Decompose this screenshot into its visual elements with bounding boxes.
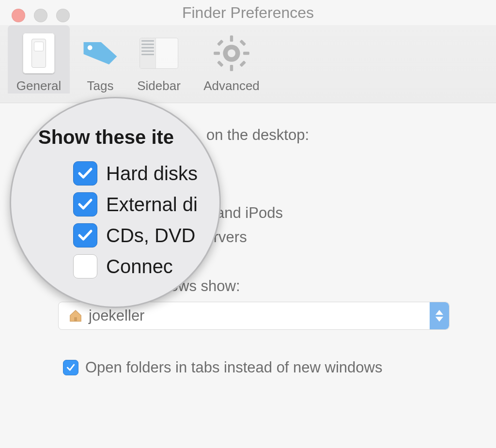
zoom-window-button[interactable] — [56, 9, 70, 22]
magnified-option-cds-dvds[interactable]: CDs, DVD — [73, 223, 198, 247]
open-in-tabs-option[interactable]: Open folders in tabs instead of new wind… — [63, 359, 469, 376]
minimize-window-button[interactable] — [34, 9, 47, 22]
svg-rect-3 — [230, 65, 233, 71]
magnified-label-external-disks: External di — [106, 194, 198, 216]
svg-marker-13 — [435, 317, 443, 322]
svg-rect-11 — [74, 317, 77, 321]
magnified-label-connected-servers: Connec — [106, 256, 173, 278]
svg-point-10 — [228, 49, 235, 57]
window-controls — [12, 9, 70, 22]
checkbox-open-in-tabs[interactable] — [63, 360, 78, 375]
preferences-toolbar: General Tags Sidebar — [0, 25, 496, 103]
magnified-label-cds-dvds: CDs, DVD — [106, 225, 195, 247]
magnified-label-hard-disks: Hard disks — [106, 163, 198, 185]
window-title: Finder Preferences — [0, 4, 496, 22]
svg-rect-4 — [214, 52, 220, 55]
magnified-checkbox-cds-dvds[interactable] — [73, 223, 97, 247]
svg-rect-7 — [239, 61, 246, 67]
svg-marker-12 — [435, 310, 443, 315]
svg-rect-8 — [239, 40, 246, 46]
tag-icon — [80, 39, 120, 68]
select-stepper-icon — [430, 302, 449, 329]
home-folder-icon — [68, 309, 83, 323]
finder-preferences-window: Finder Preferences General Tags — [0, 0, 496, 448]
svg-point-0 — [88, 46, 93, 50]
svg-rect-6 — [217, 40, 224, 46]
gear-icon — [212, 34, 251, 73]
new-windows-value: joekeller — [89, 307, 144, 324]
tab-tags[interactable]: Tags — [76, 25, 125, 93]
titlebar: Finder Preferences — [0, 0, 496, 25]
tab-advanced[interactable]: Advanced — [193, 25, 270, 93]
tab-general-label: General — [16, 78, 62, 93]
magnified-option-connected-servers[interactable]: Connec — [73, 254, 198, 278]
magnified-option-hard-disks[interactable]: Hard disks — [73, 161, 198, 185]
tab-sidebar[interactable]: Sidebar — [125, 25, 193, 93]
desktop-items-label: on the desktop: — [206, 126, 469, 144]
magnifier-overlay: Show these ite Hard disks External di CD… — [10, 97, 221, 308]
option-cds-label-fragment: and iPods — [216, 204, 283, 222]
switch-icon — [23, 33, 55, 74]
svg-rect-9 — [217, 61, 224, 67]
sidebar-icon — [140, 38, 178, 69]
open-in-tabs-label: Open folders in tabs instead of new wind… — [85, 359, 382, 376]
svg-rect-2 — [230, 35, 233, 42]
magnified-checkbox-connected-servers[interactable] — [73, 254, 97, 278]
tab-sidebar-label: Sidebar — [137, 78, 181, 93]
close-window-button[interactable] — [12, 9, 25, 22]
tab-tags-label: Tags — [87, 78, 114, 93]
magnified-checkbox-external-disks[interactable] — [73, 192, 97, 216]
magnified-section-title: Show these ite — [38, 126, 174, 148]
magnified-option-list: Hard disks External di CDs, DVD Connec — [73, 161, 198, 278]
magnified-option-external-disks[interactable]: External di — [73, 192, 198, 216]
svg-rect-5 — [243, 52, 249, 55]
tab-general[interactable]: General — [8, 25, 70, 93]
magnified-checkbox-hard-disks[interactable] — [73, 161, 97, 185]
tab-advanced-label: Advanced — [203, 78, 260, 93]
